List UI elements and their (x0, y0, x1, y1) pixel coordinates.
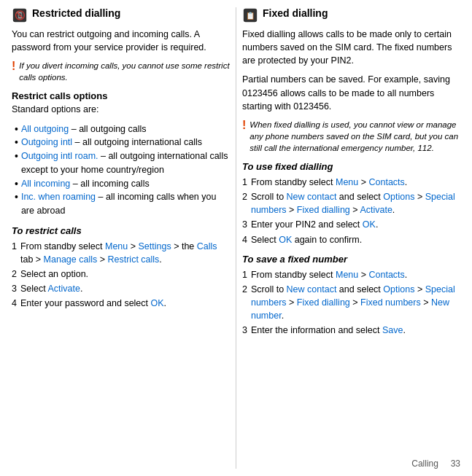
bullet-link: Inc. when roaming (21, 192, 96, 202)
restricted-dialling-icon: 📵 (12, 7, 28, 23)
footer-calling: Calling (411, 459, 438, 469)
bullet-item: All outgoing – all outgoing calls (15, 122, 230, 136)
step: 2 Scroll to New contact and select Optio… (242, 190, 460, 216)
step-text: Enter your PIN2 and select OK. (251, 218, 378, 231)
page: 📵 Restricted dialling You can restrict o… (0, 0, 472, 476)
step: 1 From standby select Menu > Settings > … (12, 240, 230, 266)
right-section-heading: Fixed dialling (263, 7, 328, 19)
proc2-steps-right: 1 From standby select Menu > Contacts. 2… (242, 268, 460, 338)
bullet-item: Outgoing intl roam. – all outgoing inter… (15, 149, 230, 177)
step-num: 3 (242, 218, 247, 231)
footer: Calling 33 (411, 459, 460, 469)
step-num: 1 (242, 176, 247, 189)
right-note-icon: ! (242, 119, 246, 132)
bullet-item: Inc. when roaming – all incoming calls w… (15, 190, 230, 218)
step-num: 2 (12, 268, 17, 281)
right-section-title: 📋 Fixed dialling (242, 7, 460, 23)
standard-options-intro: Standard options are: (12, 103, 230, 116)
step-num: 1 (12, 240, 17, 266)
proc1-steps-right: 1 From standby select Menu > Contacts. 2… (242, 176, 460, 246)
step: 1 From standby select Menu > Contacts. (242, 176, 460, 189)
step-text: Scroll to New contact and select Options… (251, 190, 460, 216)
step-text: Select an option. (20, 268, 88, 281)
left-note-box: ! If you divert incoming calls, you cann… (12, 60, 230, 83)
step-text: From standby select Menu > Settings > th… (20, 240, 230, 266)
step: 3 Enter the information and select Save. (242, 324, 460, 337)
step: 3 Enter your PIN2 and select OK. (242, 218, 460, 231)
step: 2 Scroll to New contact and select Optio… (242, 283, 460, 322)
footer-page-number: 33 (451, 459, 460, 469)
left-intro: You can restrict outgoing and incoming c… (12, 28, 230, 54)
left-section-title: 📵 Restricted dialling (12, 7, 230, 23)
bullet-item: All incoming – all incoming calls (15, 177, 230, 191)
step-text: From standby select Menu > Contacts. (251, 176, 407, 189)
proc1-title-right: To use fixed dialling (242, 161, 460, 172)
step-text: Select Activate. (20, 282, 82, 295)
restrict-bullets: All outgoing – all outgoing calls Outgoi… (12, 122, 230, 218)
left-note-icon: ! (12, 60, 15, 73)
left-note-text: If you divert incoming calls, you cannot… (19, 60, 230, 83)
right-note-box: ! When fixed dialling is used, you canno… (242, 119, 460, 154)
step-text: Scroll to New contact and select Options… (251, 283, 460, 322)
bullet-link: Outgoing intl (21, 137, 72, 147)
step: 4 Select OK again to confirm. (242, 233, 460, 246)
step-num: 3 (12, 282, 17, 295)
step-num: 3 (242, 324, 247, 337)
right-intro2: Partial numbers can be saved. For exampl… (242, 73, 460, 112)
bullet-item: Outgoing intl – all outgoing internation… (15, 136, 230, 149)
step: 3 Select Activate. (12, 282, 230, 295)
step-num: 4 (242, 233, 247, 246)
step-num: 4 (12, 297, 17, 310)
proc2-title-right: To save a fixed number (242, 254, 460, 265)
step: 1 From standby select Menu > Contacts. (242, 268, 460, 281)
step-text: Enter your password and select OK. (20, 297, 166, 310)
step: 4 Enter your password and select OK. (12, 297, 230, 310)
step-text: From standby select Menu > Contacts. (251, 268, 407, 281)
right-intro: Fixed dialling allows calls to be made o… (242, 28, 460, 67)
right-note-text: When fixed dialling is used, you cannot … (249, 119, 460, 154)
step-text: Enter the information and select Save. (251, 324, 406, 337)
bullet-link: All outgoing (21, 124, 69, 134)
bullet-link: All incoming (21, 179, 70, 189)
fixed-dialling-icon: 📋 (242, 7, 258, 23)
step-text: Select OK again to confirm. (251, 233, 362, 246)
svg-text:📋: 📋 (246, 11, 255, 20)
step-num: 2 (242, 283, 247, 322)
right-column: 📋 Fixed dialling Fixed dialling allows c… (236, 7, 466, 469)
left-section-heading: Restricted dialling (32, 7, 120, 19)
proc1-steps-left: 1 From standby select Menu > Settings > … (12, 240, 230, 311)
svg-text:📵: 📵 (15, 9, 26, 20)
restrict-options-title: Restrict calls options (12, 90, 230, 101)
left-column: 📵 Restricted dialling You can restrict o… (6, 7, 236, 469)
step-num: 1 (242, 268, 247, 281)
bullet-link: Outgoing intl roam. (21, 151, 98, 161)
proc1-title-left: To restrict calls (12, 225, 230, 236)
step-num: 2 (242, 190, 247, 216)
step: 2 Select an option. (12, 268, 230, 281)
